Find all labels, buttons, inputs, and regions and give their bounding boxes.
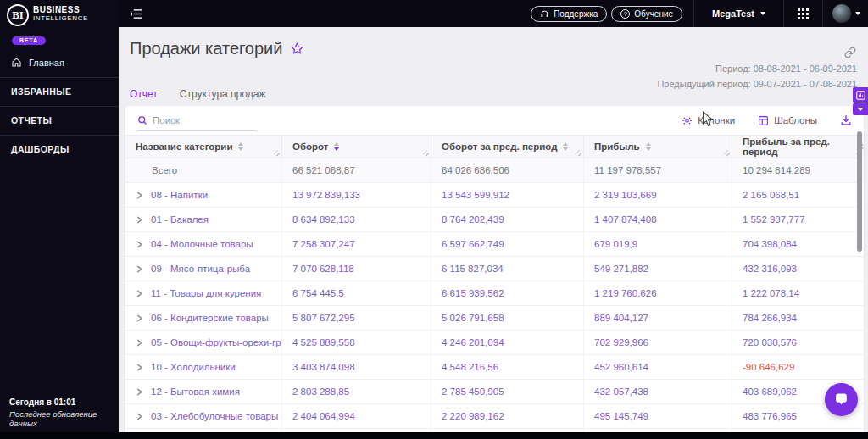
row-expander-icon[interactable] — [136, 241, 143, 248]
cell-value: 1 552 987,777 — [732, 208, 864, 231]
template-icon — [758, 115, 769, 126]
column-header-turnover-prev[interactable]: Оборот за пред. период — [431, 136, 583, 158]
column-header-profit[interactable]: Прибыль — [583, 136, 732, 158]
training-label: Обучение — [634, 9, 673, 19]
templates-button[interactable]: Шаблоны — [758, 115, 817, 126]
cell-value: 2 319 103,669 — [583, 183, 732, 207]
row-expander-icon[interactable] — [136, 339, 143, 347]
beta-badge: BETA — [12, 36, 46, 45]
app-logo: BI BUSINESS INTELLIGENCE — [0, 0, 119, 31]
table-row[interactable]: 01 - Бакалея 8 634 892,133 8 764 202,439… — [125, 208, 864, 232]
logo-line1: BUSINESS — [33, 6, 88, 14]
chevron-down-icon — [760, 12, 765, 15]
favorite-star-icon[interactable] — [290, 42, 304, 56]
user-menu[interactable] — [823, 4, 868, 23]
column-header-profit-prev[interactable]: Прибыль за пред. период — [732, 136, 864, 158]
tab-report[interactable]: Отчет — [130, 88, 158, 108]
row-expander-icon[interactable] — [136, 364, 143, 371]
table-row[interactable]: 04 - Молочные товары 7 258 307,247 6 597… — [125, 232, 864, 257]
last-update-status: Сегодня в 01:01 Последнее обновление дан… — [9, 397, 119, 428]
cell-value: 432 057,438 — [583, 380, 732, 403]
cell-value: 6 754 445,5 — [281, 281, 431, 305]
table-row[interactable]: 08 - Напитки 13 972 839,133 13 543 599,9… — [125, 183, 864, 208]
cell-value: 5 026 791,658 — [431, 306, 583, 330]
columns-button[interactable]: Колонки — [682, 115, 735, 126]
gear-icon — [682, 115, 693, 126]
category-label: 03 - Хлебобулочные товары — [151, 411, 278, 421]
total-value: 64 026 686,506 — [431, 158, 583, 182]
tab-sales-structure[interactable]: Структура продаж — [180, 88, 266, 108]
workspace-dropdown[interactable]: MegaTest — [694, 8, 783, 19]
cell-value: 4 246 201,094 — [431, 331, 583, 354]
previous-period: Предыдущий период: 09-07-2021 - 07-08-20… — [657, 76, 857, 92]
table-row[interactable]: 12 - Бытовая химия 2 803 288,85 2 785 45… — [125, 380, 864, 404]
sort-icon — [646, 142, 651, 151]
row-expander-icon[interactable] — [136, 265, 143, 273]
collapse-panel-button[interactable] — [853, 103, 868, 115]
menu-fold-icon[interactable] — [130, 8, 142, 19]
cell-value: 549 271,882 — [583, 257, 732, 281]
cell-value: 452 960,614 — [583, 355, 732, 379]
sidebar-item-favorites[interactable]: ИЗБРАННЫЕ — [0, 77, 119, 106]
table-total-row: Всего 66 521 068,87 64 026 686,506 11 19… — [125, 158, 864, 183]
support-button[interactable]: Поддержка — [531, 6, 607, 22]
search-input[interactable] — [153, 115, 256, 125]
category-label: 09 - Мясо-птица-рыба — [151, 264, 250, 274]
table-body: 08 - Напитки 13 972 839,133 13 543 599,9… — [125, 183, 864, 429]
row-expander-icon[interactable] — [136, 290, 143, 297]
cell-value: 8 634 892,133 — [281, 208, 431, 231]
cell-value: 8 764 202,439 — [431, 208, 583, 231]
category-label: 05 - Овощи-фрукты-орехи-грибы — [151, 337, 281, 347]
cell-value: 6 615 939,562 — [431, 281, 583, 305]
cell-value: 784 266,934 — [732, 306, 864, 330]
cell-value: 704 398,084 — [732, 232, 864, 256]
cell-value: 1 222 078,14 — [732, 281, 864, 305]
table-row[interactable]: 10 - Холодильники 3 403 874,098 4 548 21… — [125, 355, 864, 380]
chart-view-button[interactable] — [853, 87, 868, 103]
apps-grid-icon — [798, 8, 809, 19]
cell-value: 13 972 839,133 — [281, 183, 431, 207]
logo-line2: INTELLIGENCE — [33, 14, 88, 22]
period-info: Период: 08-08-2021 - 06-09-2021 Предыдущ… — [657, 61, 857, 92]
cell-value: 7 070 628,118 — [281, 257, 431, 281]
total-value: 10 294 814,289 — [732, 158, 864, 182]
table-row[interactable]: 05 - Овощи-фрукты-орехи-грибы 4 525 889,… — [125, 331, 864, 355]
report-card: Колонки Шаблоны Название категории — [125, 106, 864, 432]
bi-logo-icon: BI — [7, 4, 29, 26]
table-row[interactable]: 03 - Хлебобулочные товары 2 404 064,994 … — [125, 404, 864, 429]
cell-value: 2 803 288,85 — [281, 380, 431, 403]
cell-value: 1 219 760,626 — [583, 281, 732, 305]
download-button[interactable] — [840, 114, 852, 126]
support-label: Поддержка — [554, 9, 598, 19]
column-header-category[interactable]: Название категории — [125, 136, 281, 158]
training-button[interactable]: ? Обучение — [611, 6, 682, 22]
row-expander-icon[interactable] — [136, 192, 143, 199]
cell-value: 6 115 827,034 — [431, 257, 583, 281]
row-expander-icon[interactable] — [136, 413, 143, 420]
category-label: 06 - Кондитерские товары — [151, 313, 269, 323]
table-row[interactable]: 11 - Товары для курения 6 754 445,5 6 61… — [125, 281, 864, 306]
sort-icon — [563, 142, 568, 151]
cell-value: 13 543 599,912 — [431, 183, 583, 207]
row-expander-icon[interactable] — [136, 216, 143, 224]
avatar — [832, 4, 851, 23]
chat-widget-button[interactable] — [825, 383, 858, 416]
cell-value: 720 030,576 — [732, 331, 864, 354]
cell-value: -90 646,629 — [732, 355, 864, 379]
column-header-turnover[interactable]: Оборот — [281, 136, 431, 158]
row-expander-icon[interactable] — [136, 388, 143, 396]
category-label: 08 - Напитки — [151, 190, 208, 200]
search-box[interactable] — [137, 110, 256, 131]
table-row[interactable]: 06 - Кондитерские товары 5 807 672,295 5… — [125, 306, 864, 331]
category-label: 11 - Товары для курения — [151, 288, 261, 298]
sidebar-item-reports[interactable]: ОТЧЕТЫ — [0, 106, 119, 135]
row-expander-icon[interactable] — [136, 314, 143, 322]
sidebar-item-dashboards[interactable]: ДАШБОРДЫ — [0, 135, 119, 164]
sidebar-item-home[interactable]: Главная — [0, 46, 119, 77]
table-row[interactable]: 09 - Мясо-птица-рыба 7 070 628,118 6 115… — [125, 257, 864, 281]
category-label: 10 - Холодильники — [151, 362, 236, 372]
cell-value: 6 597 662,749 — [431, 232, 583, 256]
apps-grid-button[interactable] — [784, 8, 822, 19]
vertical-scrollbar[interactable] — [857, 131, 862, 252]
share-link-icon[interactable] — [844, 47, 856, 58]
